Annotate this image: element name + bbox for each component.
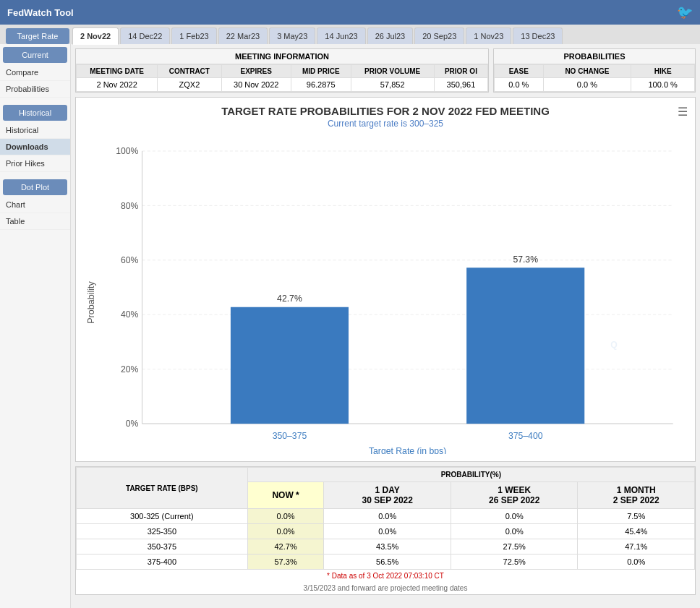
th-1month: 1 MONTH 2 SEP 2022 bbox=[578, 482, 695, 509]
cell-day1-1: 0.0% bbox=[324, 524, 451, 539]
tab-1nov23[interactable]: 1 Nov23 bbox=[466, 27, 511, 44]
col-contract: CONTRACT bbox=[158, 65, 221, 78]
cell-month1-0: 7.5% bbox=[578, 509, 695, 524]
app-title: FedWatch Tool bbox=[7, 7, 74, 18]
hamburger-menu[interactable]: ☰ bbox=[678, 105, 688, 119]
svg-text:Target Rate (in bps): Target Rate (in bps) bbox=[369, 446, 446, 454]
cell-no-change: 0.0 % bbox=[543, 78, 631, 92]
cell-now-2: 42.7% bbox=[247, 539, 324, 555]
cell-week1-3: 72.5% bbox=[451, 555, 578, 570]
tab-3may23[interactable]: 3 May23 bbox=[269, 27, 315, 44]
tab-14dec22[interactable]: 14 Dec22 bbox=[120, 27, 170, 44]
chart-subtitle: Current target rate is 300–325 bbox=[83, 119, 688, 129]
table-row: 300-325 (Current) 0.0% 0.0% 0.0% 7.5% bbox=[77, 509, 695, 524]
meeting-info-table: MEETING DATE CONTRACT EXPIRES MID PRICE … bbox=[76, 64, 488, 92]
sidebar-item-table[interactable]: Table bbox=[0, 213, 70, 230]
chart-area: Probability 100% 80% 60% 40% bbox=[83, 136, 688, 454]
table-row: 325-350 0.0% 0.0% 0.0% 45.4% bbox=[77, 524, 695, 539]
col-ease: EASE bbox=[495, 65, 544, 78]
col-meeting-date: MEETING DATE bbox=[77, 65, 158, 78]
col-expires: EXPIRES bbox=[221, 65, 291, 78]
svg-text:80%: 80% bbox=[121, 200, 138, 210]
cell-month1-1: 45.4% bbox=[578, 524, 695, 539]
cell-hike: 100.0 % bbox=[631, 78, 695, 92]
tab-20sep23[interactable]: 20 Sep23 bbox=[414, 27, 464, 44]
cell-week1-1: 0.0% bbox=[451, 524, 578, 539]
th-1day: 1 DAY 30 SEP 2022 bbox=[324, 482, 451, 509]
meeting-info-row: 2 Nov 2022 ZQX2 30 Nov 2022 96.2875 57,8… bbox=[77, 78, 488, 92]
sidebar-dotplot-btn[interactable]: Dot Plot bbox=[3, 179, 67, 195]
footnote2: 3/15/2023 and forward are projected meet… bbox=[76, 582, 695, 594]
bar-375-400 bbox=[466, 267, 584, 424]
cell-day1-2: 43.5% bbox=[324, 539, 451, 555]
cell-now-1: 0.0% bbox=[247, 524, 324, 539]
meeting-info-title: MEETING INFORMATION bbox=[76, 49, 488, 64]
cell-prior-volume: 57,852 bbox=[351, 78, 434, 92]
tab-26jul23[interactable]: 26 Jul23 bbox=[367, 27, 414, 44]
cell-meeting-date: 2 Nov 2022 bbox=[77, 78, 158, 92]
cell-month1-2: 47.1% bbox=[578, 539, 695, 555]
cell-day1-0: 0.0% bbox=[324, 509, 451, 524]
cell-mid-price: 96.2875 bbox=[291, 78, 351, 92]
cell-prior-oi: 350,961 bbox=[434, 78, 487, 92]
table-row: 350-375 42.7% 43.5% 27.5% 47.1% bbox=[77, 539, 695, 555]
svg-text:20%: 20% bbox=[121, 364, 138, 374]
cell-ease: 0.0 % bbox=[495, 78, 544, 92]
sidebar: Current Compare Probabilities Historical… bbox=[0, 44, 71, 608]
prob-table: EASE NO CHANGE HIKE 0.0 % 0.0 % 100.0 % bbox=[494, 64, 695, 92]
col-no-change: NO CHANGE bbox=[543, 65, 631, 78]
twitter-icon[interactable]: 🐦 bbox=[677, 4, 693, 20]
sidebar-item-probabilities[interactable]: Probabilities bbox=[0, 81, 70, 98]
svg-text:Q: Q bbox=[610, 340, 618, 350]
meeting-info-box: MEETING INFORMATION MEETING DATE CONTRAC… bbox=[75, 48, 489, 93]
cell-week1-2: 27.5% bbox=[451, 539, 578, 555]
target-rate-tab[interactable]: Target Rate bbox=[6, 28, 69, 44]
cell-rate-3: 375-400 bbox=[77, 555, 248, 570]
table-row: 375-400 57.3% 56.5% 72.5% 0.0% bbox=[77, 555, 695, 570]
cell-day1-3: 56.5% bbox=[324, 555, 451, 570]
tab-1feb23[interactable]: 1 Feb23 bbox=[171, 27, 216, 44]
cell-week1-0: 0.0% bbox=[451, 509, 578, 524]
col-prior-volume: PRIOR VOLUME bbox=[351, 65, 434, 78]
sidebar-item-downloads[interactable]: Downloads bbox=[0, 139, 70, 155]
bottom-table: TARGET RATE (BPS) PROBABILITY(%) NOW * 1… bbox=[76, 467, 695, 570]
svg-text:42.7%: 42.7% bbox=[277, 294, 302, 304]
th-now: NOW * bbox=[247, 482, 324, 509]
sidebar-historical-btn[interactable]: Historical bbox=[3, 105, 67, 121]
bottom-table-box: TARGET RATE (BPS) PROBABILITY(%) NOW * 1… bbox=[75, 466, 696, 595]
cell-rate-1: 325-350 bbox=[77, 524, 248, 539]
svg-text:350–375: 350–375 bbox=[273, 431, 307, 441]
cell-rate-0: 300-325 (Current) bbox=[77, 509, 248, 524]
sidebar-item-historical[interactable]: Historical bbox=[0, 122, 70, 139]
sidebar-item-compare[interactable]: Compare bbox=[0, 64, 70, 81]
cell-rate-2: 350-375 bbox=[77, 539, 248, 555]
chart-title: TARGET RATE PROBABILITIES FOR 2 NOV 2022… bbox=[83, 105, 688, 117]
chart-box: ☰ TARGET RATE PROBABILITIES FOR 2 NOV 20… bbox=[75, 97, 696, 462]
bar-350-375 bbox=[231, 307, 349, 424]
tab-14jun23[interactable]: 14 Jun23 bbox=[317, 27, 365, 44]
cell-now-3: 57.3% bbox=[247, 555, 324, 570]
col-prior-oi: PRIOR OI bbox=[434, 65, 487, 78]
svg-text:40%: 40% bbox=[121, 309, 138, 320]
app-header: FedWatch Tool 🐦 bbox=[0, 0, 700, 25]
tab-22mar23[interactable]: 22 Mar23 bbox=[218, 27, 268, 44]
cell-now-0: 0.0% bbox=[247, 509, 324, 524]
svg-text:60%: 60% bbox=[121, 255, 138, 265]
sidebar-current-btn[interactable]: Current bbox=[3, 47, 67, 63]
sidebar-item-prior-hikes[interactable]: Prior Hikes bbox=[0, 155, 70, 172]
cell-expires: 30 Nov 2022 bbox=[221, 78, 291, 92]
col-hike: HIKE bbox=[631, 65, 695, 78]
prob-row: 0.0 % 0.0 % 100.0 % bbox=[495, 78, 695, 92]
col-mid-price: MID PRICE bbox=[291, 65, 351, 78]
cell-contract: ZQX2 bbox=[158, 78, 221, 92]
th-1week: 1 WEEK 26 SEP 2022 bbox=[451, 482, 578, 509]
svg-text:Probability: Probability bbox=[86, 281, 96, 323]
tab-2nov22[interactable]: 2 Nov22 bbox=[72, 27, 119, 45]
cell-month1-3: 0.0% bbox=[578, 555, 695, 570]
tab-13dec23[interactable]: 13 Dec23 bbox=[513, 27, 563, 44]
th-target-rate: TARGET RATE (BPS) bbox=[77, 468, 248, 509]
prob-title: PROBABILITIES bbox=[494, 49, 695, 64]
svg-text:57.3%: 57.3% bbox=[513, 254, 538, 265]
th-probability: PROBABILITY(%) bbox=[247, 468, 694, 482]
sidebar-item-chart[interactable]: Chart bbox=[0, 197, 70, 213]
